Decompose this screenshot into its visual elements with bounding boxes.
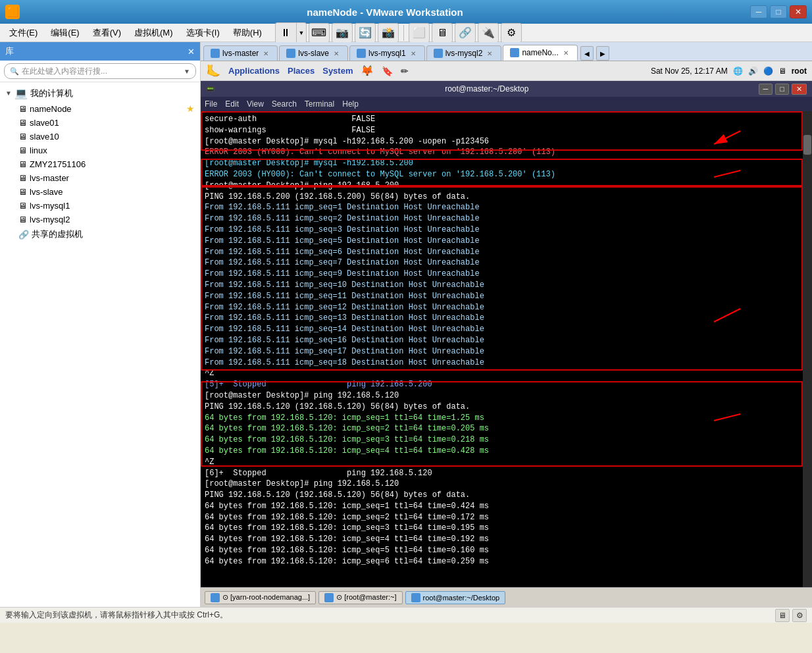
- sidebar-item-slave01[interactable]: 🖥 slave01: [0, 116, 200, 130]
- tree-root-my-computer[interactable]: ▼ 💻 我的计算机: [0, 85, 200, 101]
- status-icon-2[interactable]: ⚙: [792, 609, 807, 622]
- terminal-scrollbar-thumb[interactable]: [803, 135, 811, 155]
- taskbar-btn-label: ⊙ [yarn-root-nodemanag...]: [222, 593, 310, 602]
- terminal-menu-view[interactable]: View: [247, 99, 264, 109]
- sidebar-item-lvs-mysql1[interactable]: 🖥 lvs-mysql1: [0, 199, 200, 213]
- terminal-menu-search[interactable]: Search: [272, 99, 297, 109]
- sidebar-item-lvs-master[interactable]: 🖥 lvs-master: [0, 171, 200, 185]
- network-status-icon: 🌐: [733, 66, 743, 76]
- terminal-wrapper: 📟 root@master:~/Desktop ─ □ ✕ File Edit …: [201, 81, 812, 587]
- tab-lvs-master[interactable]: lvs-master ✕: [203, 45, 278, 61]
- menu-bar: 文件(E) 编辑(E) 查看(V) 虚拟机(M) 选项卡(I) 帮助(H) ⏸ …: [0, 24, 812, 42]
- usb-button[interactable]: 🔌: [478, 23, 499, 43]
- sidebar-item-label: lvs-mysql1: [30, 201, 70, 211]
- tab-lvs-slave[interactable]: lvs-slave ✕: [279, 45, 348, 61]
- tab-lvs-mysql2[interactable]: lvs-mysql2 ✕: [426, 45, 502, 61]
- terminal-close-button[interactable]: ✕: [792, 84, 807, 95]
- tab-close-icon[interactable]: ✕: [485, 49, 494, 58]
- terminal-menu-terminal[interactable]: Terminal: [305, 99, 334, 109]
- datetime-label: Sat Nov 25, 12:17 AM: [651, 66, 728, 76]
- system-menu[interactable]: System: [322, 66, 353, 76]
- tab-nav-next[interactable]: ▶: [596, 46, 609, 61]
- menu-edit[interactable]: 编辑(E): [45, 26, 84, 40]
- menu-file[interactable]: 文件(E): [4, 26, 43, 40]
- tab-close-icon[interactable]: ✕: [261, 49, 270, 58]
- terminal-minimize-button[interactable]: ─: [759, 84, 773, 95]
- tab-nav-prev[interactable]: ◀: [580, 46, 594, 61]
- restore-button[interactable]: □: [770, 5, 787, 18]
- display-icon: 🖥: [778, 66, 786, 76]
- tab-label: lvs-mysql2: [445, 49, 483, 58]
- terminal-line: show-warnings FALSE: [205, 125, 808, 136]
- terminal-scrollbar[interactable]: [803, 111, 812, 587]
- send-keys-button[interactable]: ⌨: [309, 23, 330, 43]
- menu-help[interactable]: 帮助(H): [228, 26, 267, 40]
- tab-icon: [286, 49, 295, 58]
- tab-lvs-mysql1[interactable]: lvs-mysql1 ✕: [349, 45, 425, 61]
- terminal-line: [root@master Desktop]# ping 192.168.5.12…: [205, 479, 808, 490]
- snapshot3-button[interactable]: 📸: [378, 23, 399, 43]
- sidebar-item-shared-vms[interactable]: 🔗 共享的虚拟机: [0, 226, 200, 242]
- places-menu[interactable]: Places: [288, 66, 315, 76]
- tab-close-icon[interactable]: ✕: [332, 49, 341, 58]
- terminal-menu-help[interactable]: Help: [342, 99, 359, 109]
- terminal-line: [root@master Desktop]# ping 192.168.5.12…: [205, 390, 808, 402]
- terminal-line: 64 bytes from 192.168.5.120: icmp_seq=2 …: [205, 512, 808, 523]
- search-box[interactable]: 🔍 在此处键入内容进行搜... ▼: [4, 63, 196, 79]
- view-button[interactable]: 🖥: [432, 23, 453, 43]
- tab-close-icon[interactable]: ✕: [561, 49, 571, 57]
- taskbar-yarn-btn[interactable]: ⊙ [yarn-root-nodemanag...]: [205, 591, 316, 604]
- bluetooth-icon: 🔵: [763, 66, 773, 76]
- terminal-menu-file[interactable]: File: [205, 99, 217, 109]
- close-button[interactable]: ✕: [790, 5, 807, 18]
- snapshot-button[interactable]: 📷: [332, 23, 353, 43]
- sidebar-item-label: slave01: [30, 118, 59, 128]
- tab-close-icon[interactable]: ✕: [409, 49, 418, 58]
- terminal-line: From 192.168.5.111 icmp_seq=5 Destinatio…: [205, 236, 808, 247]
- taskbar-desktop-btn[interactable]: root@master:~/Desktop: [405, 591, 506, 604]
- sidebar-item-slave10[interactable]: 🖥 slave10: [0, 130, 200, 144]
- terminal-container[interactable]: 📟 root@master:~/Desktop ─ □ ✕ File Edit …: [201, 81, 812, 587]
- menu-vm[interactable]: 虚拟机(M): [129, 26, 178, 40]
- sidebar-item-lvs-slave[interactable]: 🖥 lvs-slave: [0, 185, 200, 199]
- taskbar-root-btn[interactable]: ⊙ [root@master:~]: [318, 591, 402, 604]
- sidebar-close-icon[interactable]: ✕: [188, 47, 195, 57]
- terminal-line: From 192.168.5.111 icmp_seq=12 Destinati…: [205, 302, 808, 313]
- terminal-line-highlight: 64 bytes from 192.168.5.120: icmp_seq=3 …: [205, 434, 808, 446]
- taskbar-btn-icon: [211, 593, 220, 602]
- taskbar-btn-label: ⊙ [root@master:~]: [336, 593, 396, 602]
- pause-dropdown[interactable]: ▼: [297, 23, 306, 43]
- terminal-line: 64 bytes from 192.168.5.120: icmp_seq=1 …: [205, 501, 808, 512]
- pause-btn-group[interactable]: ⏸ ▼: [275, 22, 307, 43]
- snapshot2-button[interactable]: 🔄: [355, 23, 376, 43]
- settings-button[interactable]: ⚙: [501, 23, 522, 43]
- vm-icon: 🖥: [18, 201, 27, 211]
- terminal-line: [root@master Desktop]# mysql -h192.168.5…: [205, 136, 808, 147]
- minimize-button[interactable]: ─: [750, 5, 767, 18]
- vm-icon: 🖥: [18, 104, 27, 114]
- menu-view[interactable]: 查看(V): [88, 26, 126, 40]
- terminal-restore-button[interactable]: □: [775, 84, 789, 95]
- applications-menu[interactable]: Applications: [228, 66, 280, 76]
- terminal-menu-edit[interactable]: Edit: [225, 99, 239, 109]
- sidebar-item-label: nameNode: [30, 104, 72, 114]
- fullscreen-button[interactable]: ⬜: [409, 23, 430, 43]
- terminal-line-highlight: 64 bytes from 192.168.5.120: icmp_seq=2 …: [205, 423, 808, 434]
- computer-icon: 💻: [14, 87, 28, 99]
- network-button[interactable]: 🔗: [455, 23, 476, 43]
- pause-button[interactable]: ⏸: [276, 23, 297, 43]
- search-dropdown-icon[interactable]: ▼: [184, 68, 190, 75]
- menu-tabs[interactable]: 选项卡(I): [181, 26, 225, 40]
- terminal-body[interactable]: secure-auth FALSE show-warnings FALSE [r…: [201, 111, 812, 587]
- sidebar-item-zmy[interactable]: 🖥 ZMY21751106: [0, 157, 200, 171]
- sidebar-item-label: slave10: [30, 132, 59, 142]
- status-icon-1[interactable]: 🖥: [775, 609, 790, 622]
- tab-label: lvs-slave: [298, 49, 329, 58]
- title-bar: 🟧 nameNode - VMware Workstation ─ □ ✕: [0, 0, 812, 24]
- sidebar-item-linux[interactable]: 🖥 linux: [0, 144, 200, 157]
- browser-icon: 🦊: [361, 65, 374, 77]
- tab-namenode[interactable]: nameNo... ✕: [503, 45, 577, 61]
- tool2-icon: ✏: [401, 66, 409, 76]
- sidebar-item-namenode[interactable]: 🖥 nameNode ★: [0, 101, 200, 116]
- sidebar-item-lvs-mysql2[interactable]: 🖥 lvs-mysql2: [0, 213, 200, 226]
